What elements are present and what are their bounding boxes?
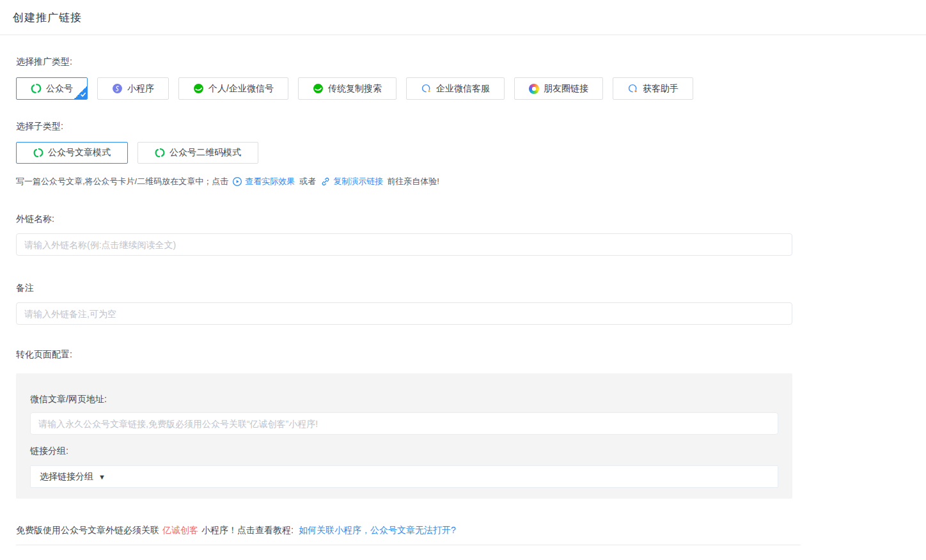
promo-type-official-account[interactable]: 公众号 (16, 77, 88, 100)
hint-prefix: 写一篇公众号文章,将公众号卡片/二维码放在文章中；点击 (16, 176, 228, 187)
link-group-label: 链接分组: (30, 446, 778, 457)
promo-type-label: 选择推广类型: (16, 35, 926, 68)
sub-type-options: 公众号文章模式 公众号二维码模式 (16, 142, 926, 164)
link-name-label: 外链名称: (16, 214, 926, 225)
chat-bubble-icon (627, 83, 638, 94)
play-circle-icon (232, 176, 242, 187)
page-header: 创建推广链接 (0, 0, 926, 35)
sub-type-qrcode-mode[interactable]: 公众号二维码模式 (137, 142, 258, 164)
promo-type-moments-link[interactable]: 朋友圈链接 (514, 77, 603, 100)
article-url-label: 微信文章/网页地址: (30, 394, 778, 405)
chat-bubble-icon (421, 83, 432, 94)
wechat-icon (313, 83, 324, 94)
promo-type-option-label: 获客助手 (643, 83, 679, 95)
conversion-config-label: 转化页面配置: (16, 349, 926, 361)
tutorial-link[interactable]: 如何关联小程序，公众号文章无法打开? (299, 525, 456, 535)
notice-middle: 小程序！点击查看教程: (201, 525, 294, 535)
official-account-icon (155, 148, 165, 158)
sub-type-option-label: 公众号二维码模式 (169, 147, 241, 159)
caret-down-icon: ▼ (98, 473, 106, 481)
promo-type-option-label: 企业微信客服 (436, 83, 490, 95)
conversion-config-panel: 微信文章/网页地址: 链接分组: 选择链接分组 ▼ (16, 373, 792, 499)
sub-type-label: 选择子类型: (16, 121, 926, 132)
notice-highlight: 亿诚创客 (162, 525, 198, 535)
official-account-icon (31, 83, 42, 94)
hint-suffix: 前往亲自体验! (387, 176, 439, 187)
miniprogram-icon (112, 83, 123, 94)
copy-demo-link[interactable]: 复制演示链接 (320, 176, 383, 187)
link-name-input[interactable] (16, 233, 792, 256)
promo-type-copy-search[interactable]: 传统复制搜索 (298, 77, 396, 100)
selected-check-icon (74, 86, 87, 99)
sub-type-article-mode[interactable]: 公众号文章模式 (16, 142, 128, 164)
promo-type-personal-wechat[interactable]: 个人/企业微信号 (178, 77, 288, 100)
promo-type-option-label: 小程序 (127, 83, 154, 95)
official-account-icon (33, 148, 43, 158)
promo-type-option-label: 传统复制搜索 (328, 83, 382, 95)
promo-type-option-label: 个人/企业微信号 (208, 83, 274, 95)
view-demo-link[interactable]: 查看实际效果 (232, 176, 295, 187)
copy-demo-label: 复制演示链接 (333, 176, 383, 187)
free-version-notice: 免费版使用公众号文章外链必须关联亿诚创客小程序！点击查看教程:如何关联小程序，公… (16, 525, 926, 536)
view-demo-label: 查看实际效果 (245, 176, 295, 187)
sub-type-hint: 写一篇公众号文章,将公众号卡片/二维码放在文章中；点击 查看实际效果 或者 复制… (16, 176, 926, 187)
main-content: 选择推广类型: 公众号 小程序 个人/企业微信号 (0, 35, 926, 560)
notice-prefix: 免费版使用公众号文章外链必须关联 (16, 525, 159, 535)
footer-divider (16, 545, 801, 545)
remark-input[interactable] (16, 302, 792, 325)
moments-icon (529, 84, 539, 94)
link-group-select[interactable]: 选择链接分组 ▼ (30, 465, 778, 488)
link-icon (320, 176, 331, 187)
promo-type-customer-assistant[interactable]: 获客助手 (613, 77, 693, 100)
promo-type-options: 公众号 小程序 个人/企业微信号 传统复制搜索 (16, 77, 926, 100)
promo-type-wecom-service[interactable]: 企业微信客服 (406, 77, 505, 100)
remark-label: 备注 (16, 283, 926, 294)
promo-type-option-label: 公众号 (46, 83, 73, 95)
page-title: 创建推广链接 (13, 10, 82, 25)
link-group-value: 选择链接分组 (40, 471, 93, 483)
article-url-input[interactable] (30, 412, 778, 435)
promo-type-option-label: 朋友圈链接 (544, 83, 588, 95)
sub-type-option-label: 公众号文章模式 (48, 147, 111, 159)
promo-type-miniprogram[interactable]: 小程序 (97, 77, 169, 100)
hint-or: 或者 (299, 176, 316, 187)
wechat-icon (193, 83, 204, 94)
